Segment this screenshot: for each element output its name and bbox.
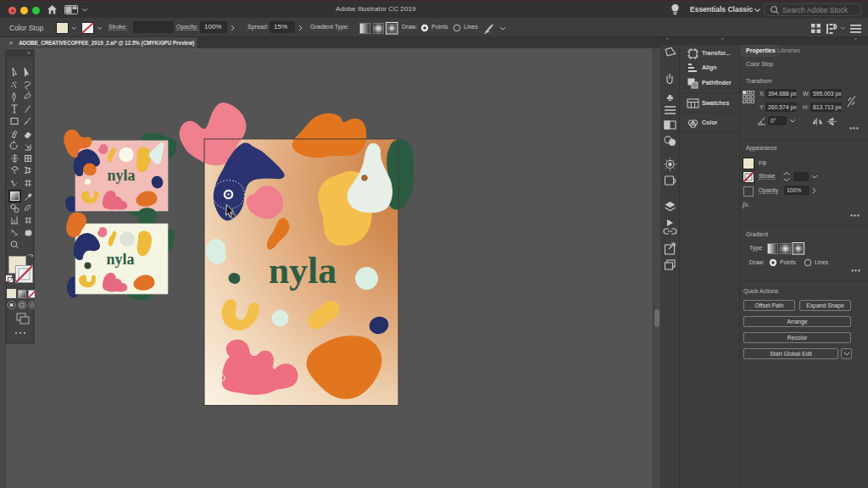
svg-text:Pathfinder: Pathfinder [702, 80, 732, 86]
svg-text:nyla: nyla [106, 251, 134, 268]
svg-text:«: « [27, 50, 31, 56]
svg-text:Transfor...: Transfor... [702, 50, 731, 56]
svg-text:nyla: nyla [269, 250, 337, 291]
svg-text:nyla: nyla [107, 167, 135, 184]
svg-text:Swatches: Swatches [702, 100, 729, 106]
svg-text:Color: Color [702, 119, 718, 125]
svg-text:♣: ♣ [667, 92, 674, 103]
svg-text:Align: Align [702, 64, 717, 71]
